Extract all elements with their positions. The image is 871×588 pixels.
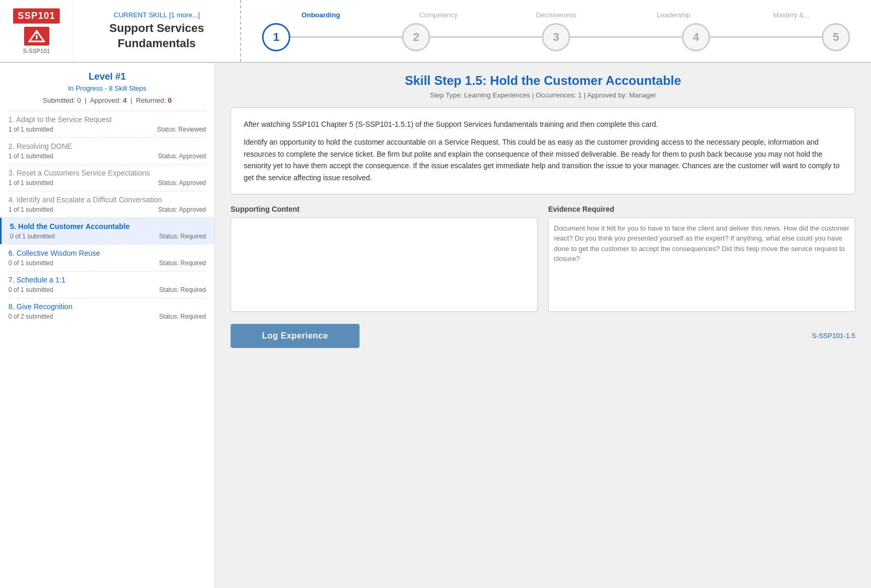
skill-item-status-8: Status: Required [159, 313, 206, 320]
supporting-content-box [231, 217, 538, 312]
footer-row: Log Experience S-SSP101-1.5 [231, 324, 855, 348]
skill-item-title-7[interactable]: 7. Schedule a 1:1 [8, 276, 206, 284]
skill-item-title-1[interactable]: 1. Adapt to the Service Request [8, 115, 206, 124]
stepper-label-1: Competency [379, 11, 497, 19]
stepper-nodes: 1 2 3 4 5 [262, 23, 850, 51]
skill-item-title-8[interactable]: 8. Give Recognition [8, 302, 206, 311]
stats-returned-label: Returned: [136, 96, 166, 104]
skill-item-status-4: Status: Approved [158, 206, 206, 213]
right-panel: Skill Step 1.5: Hold the Customer Accoun… [215, 63, 871, 588]
log-experience-button[interactable]: Log Experience [231, 324, 360, 348]
skill-name: Support ServicesFundamentals [110, 21, 204, 51]
skill-item-submitted-7: 0 of 1 submitted [8, 286, 53, 293]
stepper-label-0: Onboarding [262, 11, 379, 19]
skill-item-status-5: Status: Required [159, 233, 206, 240]
skill-item-submitted-4: 1 of 1 submitted [8, 206, 53, 213]
stepper-label-2: Decisiveness [497, 11, 615, 19]
stepper-label-4: Mastery &... [733, 11, 850, 19]
stepper-node-3[interactable]: 3 [542, 23, 570, 51]
sidebar-stats: Submitted: 0 | Approved: 4 | Returned: 0 [8, 96, 206, 104]
skill-item-submitted-5: 0 of 1 submitted [10, 233, 55, 240]
evidence-label: Evidence Required [548, 205, 855, 213]
logo-text: SSP101 [13, 8, 59, 24]
stepper-area: Onboarding Competency Decisiveness Leade… [241, 0, 871, 62]
stepper-node-1[interactable]: 1 [262, 23, 290, 51]
skill-item-status-3: Status: Approved [158, 179, 206, 187]
evidence-required: Evidence Required [548, 205, 855, 313]
skill-item-7: 7. Schedule a 1:1 0 of 1 submitted Statu… [8, 271, 206, 298]
step-title: Skill Step 1.5: Hold the Customer Accoun… [231, 73, 855, 88]
skill-item-title-4[interactable]: 4. Identify and Escalate a Difficult Con… [8, 195, 206, 204]
skill-info: CURRENT SKILL [1 more...] Support Servic… [73, 0, 241, 62]
stats-approved-label: Approved: [90, 96, 121, 104]
skill-item-4: 4. Identify and Escalate a Difficult Con… [8, 191, 206, 217]
skill-item-title-6[interactable]: 6. Collective Wisdom Reuse [8, 249, 206, 257]
stats-approved-value: 4 [123, 96, 126, 104]
description-p1: After watching SSP101 Chapter 5 (S-SSP10… [244, 118, 842, 130]
header: SSP101 S-SSP101 CURRENT SKILL [1 more...… [0, 0, 871, 63]
stats-submitted: Submitted: 0 [42, 96, 81, 104]
stepper-line-1 [290, 36, 402, 38]
skill-item-submitted-6: 0 of 1 submitted [8, 259, 53, 267]
step-meta: Step Type: Learning Experiences | Occurr… [231, 91, 855, 99]
skill-item-submitted-3: 1 of 1 submitted [8, 179, 53, 187]
svg-point-2 [36, 32, 38, 34]
skill-item-status-7: Status: Required [159, 286, 206, 293]
skill-item-submitted-8: 0 of 2 submitted [8, 313, 53, 320]
stepper-node-5[interactable]: 5 [822, 23, 850, 51]
current-skill-label: CURRENT SKILL [1 more...] [114, 11, 200, 19]
evidence-textarea[interactable] [548, 217, 855, 312]
skill-item-5[interactable]: 5. Hold the Customer Accountable 0 of 1 … [0, 217, 214, 244]
skill-item-2: 2. Resolving DONE 1 of 1 submitted Statu… [8, 137, 206, 164]
skill-item-title-5[interactable]: 5. Hold the Customer Accountable [10, 222, 206, 231]
stepper-line-4 [710, 36, 822, 38]
stats-returned-value: 0 [168, 96, 171, 104]
skill-item-title-3[interactable]: 3. Reset a Customers Service Expectation… [8, 169, 206, 177]
main-content: Level #1 In Progress - 8 Skill Steps Sub… [0, 63, 871, 588]
skill-item-submitted-2: 1 of 1 submitted [8, 153, 53, 160]
sidebar-progress: In Progress - 8 Skill Steps [8, 84, 206, 92]
skill-item-8: 8. Give Recognition 0 of 2 submitted Sta… [8, 298, 206, 324]
step-ref: S-SSP101-1.5 [812, 332, 855, 340]
sidebar: Level #1 In Progress - 8 Skill Steps Sub… [0, 63, 215, 588]
stepper-node-4[interactable]: 4 [682, 23, 710, 51]
stepper-line-2 [430, 36, 542, 38]
skill-item-title-2[interactable]: 2. Resolving DONE [8, 142, 206, 150]
logo-area: SSP101 S-SSP101 [0, 0, 73, 62]
sidebar-title: Level #1 [8, 71, 206, 82]
logo-subtitle: S-SSP101 [23, 48, 50, 54]
logo-icon [24, 27, 49, 46]
bottom-section: Supporting Content Evidence Required [231, 205, 855, 313]
skill-item-6: 6. Collective Wisdom Reuse 0 of 1 submit… [8, 244, 206, 271]
stepper-label-3: Leadership [615, 11, 732, 19]
skill-item-submitted-1: 1 of 1 submitted [8, 126, 53, 133]
supporting-content: Supporting Content [231, 205, 538, 313]
skill-item-3: 3. Reset a Customers Service Expectation… [8, 164, 206, 191]
skill-item-status-6: Status: Required [159, 259, 206, 267]
stepper-node-2[interactable]: 2 [402, 23, 430, 51]
description-p2: Identify an opportunity to hold the cust… [244, 136, 842, 183]
skill-item-status-1: Status: Reviewed [157, 126, 206, 133]
supporting-content-label: Supporting Content [231, 205, 538, 213]
step-description-box: After watching SSP101 Chapter 5 (S-SSP10… [231, 107, 855, 194]
skill-item-status-2: Status: Approved [158, 153, 206, 160]
stepper-labels: Onboarding Competency Decisiveness Leade… [262, 11, 850, 19]
stepper-line-3 [570, 36, 682, 38]
skill-item-1: 1. Adapt to the Service Request 1 of 1 s… [8, 111, 206, 137]
